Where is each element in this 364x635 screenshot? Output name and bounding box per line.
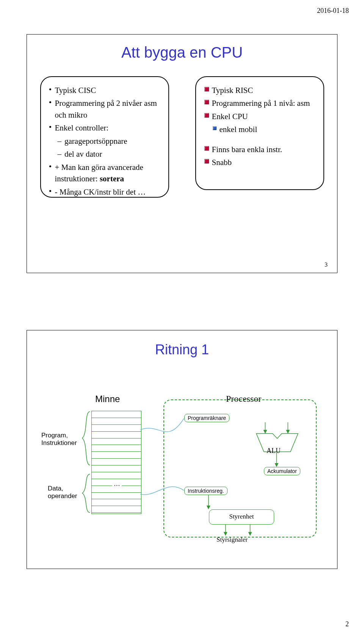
slide-2: Ritning 1 Minne Processor Program, Instr… — [27, 330, 337, 569]
dash-icon: – — [58, 135, 62, 147]
styrenhet-box: Styrenhet — [209, 509, 274, 525]
square-icon — [204, 100, 209, 104]
bullet-dot — [49, 190, 51, 192]
minne-label: Minne — [95, 394, 120, 404]
cisc-item-4: - Många CK/instr blir det … — [55, 186, 146, 198]
cisc-item-1: Programmering på 2 nivåer asm och mikro — [55, 97, 160, 121]
square-icon — [204, 146, 209, 151]
cisc-heading: Typisk CISC — [55, 85, 96, 96]
brace-icon — [81, 473, 91, 513]
instruktionsreg-box: Instruktionsreg. — [184, 487, 228, 495]
cisc-item-3: + Man kan göra avancerade instruktioner:… — [55, 162, 160, 185]
data-operander-label: Data, operander — [48, 485, 77, 500]
risc-item-3: Finns bara enkla instr. — [212, 144, 282, 155]
risc-item-4: Snabb — [212, 157, 232, 168]
square-icon — [204, 87, 209, 91]
square-icon — [204, 159, 209, 163]
bullet-dot — [49, 88, 51, 90]
bullet-dot — [49, 165, 51, 167]
brace-icon — [81, 411, 91, 466]
risc-heading: Typisk RISC — [212, 85, 253, 96]
memory-block — [91, 411, 141, 514]
cisc-panel: Typisk CISC Programmering på 2 nivåer as… — [40, 76, 169, 198]
slide-1: Att bygga en CPU Typisk CISC Programmeri… — [27, 34, 337, 273]
dash-icon: – — [58, 148, 62, 160]
ackumulator-box: Ackumulator — [264, 467, 300, 475]
slide1-number: 3 — [325, 261, 328, 268]
risc-sub-1: enkel mobil — [220, 124, 257, 135]
risc-item-2: Enkel CPU — [212, 111, 248, 122]
cisc-sub-1: garageportsöppnare — [64, 135, 127, 147]
diagram-canvas: Minne Processor Program, Instruktioner D… — [27, 358, 337, 555]
bullet-dot — [49, 126, 51, 128]
risc-panel: Typisk RISC Programmering på 1 nivå: asm… — [195, 76, 324, 190]
risc-item-1: Programmering på 1 nivå: asm — [212, 97, 310, 109]
styrsignaler-label: Styrsignaler — [217, 536, 248, 544]
page-number: 2 — [345, 620, 349, 628]
cisc-item-2: Enkel controller: — [55, 122, 109, 134]
bullet-dot — [49, 101, 51, 103]
slide2-title: Ritning 1 — [27, 342, 337, 358]
programraknare-box: Programräknare — [184, 414, 229, 422]
header-date: 2016-01-18 — [317, 7, 349, 15]
square-icon — [213, 126, 217, 130]
program-instruktioner-label: Program, Instruktioner — [41, 432, 77, 447]
ellipsis: ... — [112, 479, 122, 488]
slide1-title: Att bygga en CPU — [27, 44, 337, 61]
cisc-sub-2: del av dator — [64, 148, 102, 160]
square-icon — [204, 113, 209, 118]
alu-label: ALU — [267, 447, 281, 455]
